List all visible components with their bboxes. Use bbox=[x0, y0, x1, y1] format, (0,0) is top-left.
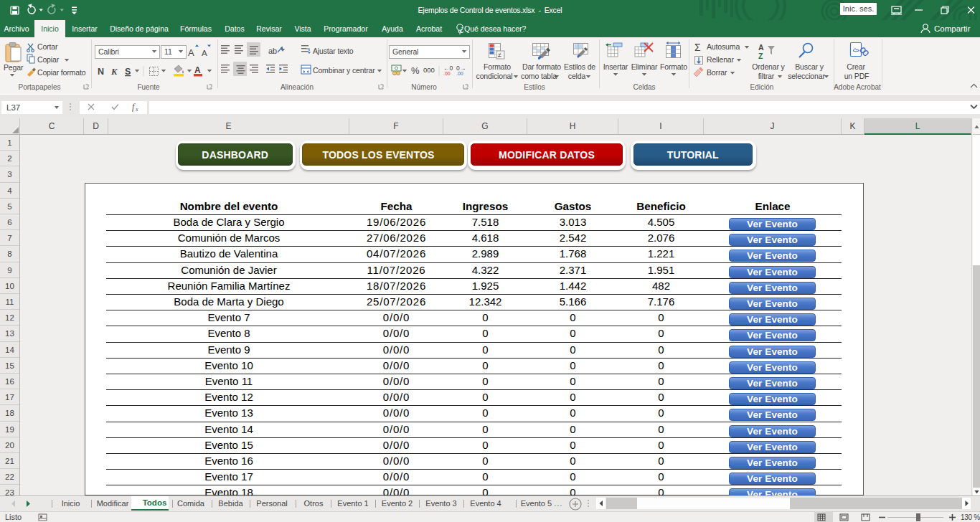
svg-text:Σ: Σ bbox=[694, 42, 701, 53]
svg-text:N: N bbox=[98, 67, 104, 77]
svg-text:%: % bbox=[411, 65, 420, 76]
svg-text:K: K bbox=[110, 67, 118, 77]
svg-text:A: A bbox=[188, 47, 194, 58]
svg-text:≠: ≠ bbox=[498, 52, 501, 59]
svg-text:x: x bbox=[135, 106, 138, 113]
svg-text:.00: .00 bbox=[456, 71, 463, 76]
svg-text:.00: .00 bbox=[443, 71, 451, 76]
svg-text:ab: ab bbox=[268, 47, 277, 55]
svg-text:A: A bbox=[202, 49, 207, 57]
svg-text:Z: Z bbox=[758, 52, 763, 60]
svg-text:S: S bbox=[125, 67, 131, 77]
svg-text:A: A bbox=[194, 65, 201, 75]
svg-text:Compartir: Compartir bbox=[934, 24, 971, 33]
svg-text:A: A bbox=[758, 43, 764, 52]
svg-text:000: 000 bbox=[423, 66, 435, 74]
